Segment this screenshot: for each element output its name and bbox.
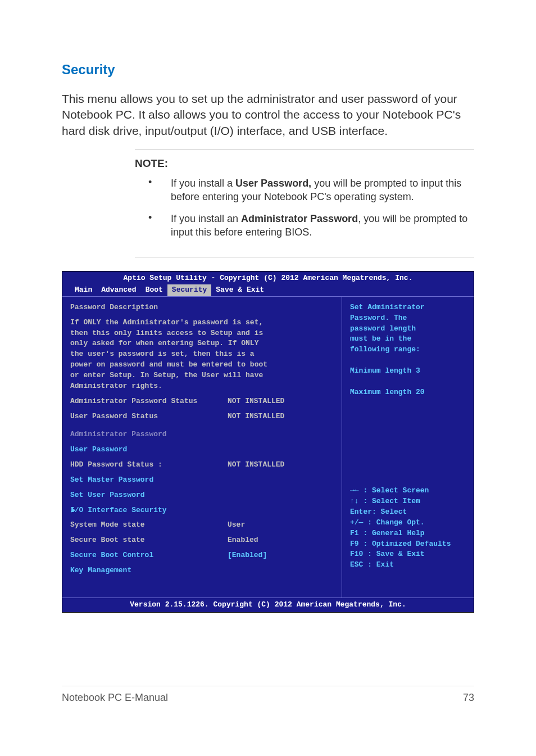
bios-tab-save-exit[interactable]: Save & Exit	[211, 284, 269, 296]
note-text: If you install a User Password, you will…	[171, 176, 474, 204]
note-text: If you install an Administrator Password…	[171, 212, 474, 239]
bios-row-admin-status: Administrator Password Status NOT INSTAL…	[70, 396, 334, 407]
bullet-icon: •	[135, 176, 171, 204]
bios-desc-line: power on password and must be entered to…	[70, 360, 334, 370]
footer-title: Notebook PC E-Manual	[62, 692, 168, 704]
bios-tabbar: Main Advanced Boot Security Save & Exit	[62, 284, 474, 296]
bios-tab-main[interactable]: Main	[70, 284, 97, 296]
bios-desc-line: only asked for when entering Setup. If O…	[70, 338, 334, 349]
bios-main-panel: Password Description If ONLY the Adminis…	[62, 297, 342, 597]
page-number: 73	[463, 692, 474, 704]
bios-help-keys: →← : Select Screen ↑↓ : Select Item Ente…	[350, 486, 468, 591]
bios-tab-advanced[interactable]: Advanced	[97, 284, 140, 296]
bios-screenshot: Aptio Setup Utility - Copyright (C) 2012…	[62, 271, 474, 612]
bios-desc-title: Password Description	[70, 302, 334, 313]
bios-desc-line: the user's password is set, then this is…	[70, 349, 334, 360]
bios-row-set-user[interactable]: Set User Password	[70, 490, 334, 501]
bios-desc-line: or enter Setup. In Setup, the User will …	[70, 370, 334, 381]
bios-row-io-interface[interactable]: ▶ I/O Interface Security	[70, 505, 334, 516]
bios-title: Aptio Setup Utility - Copyright (C) 2012…	[62, 271, 474, 284]
note-item: • If you install a User Password, you wi…	[135, 176, 474, 204]
bios-tab-boot[interactable]: Boot	[141, 284, 167, 296]
bios-tab-security[interactable]: Security	[167, 284, 211, 296]
note-block: NOTE: • If you install a User Password, …	[135, 149, 474, 257]
bios-row-system-mode: System Mode state User	[70, 520, 334, 531]
bios-help-panel: Set Administrator Password. The password…	[342, 297, 474, 597]
bios-desc-line: Administrator rights.	[70, 381, 334, 392]
bios-desc-line: If ONLY the Administrator's password is …	[70, 318, 334, 328]
bios-row-set-master[interactable]: Set Master Password	[70, 475, 334, 486]
bios-row-user-status: User Password Status NOT INSTALLED	[70, 411, 334, 422]
bios-row-admin-password[interactable]: Administrator Password	[70, 429, 334, 440]
note-list: • If you install a User Password, you wi…	[135, 176, 474, 239]
bios-desc-line: then this only limits access to Setup an…	[70, 328, 334, 339]
page-footer: Notebook PC E-Manual 73	[62, 686, 474, 704]
bios-row-secure-boot-state: Secure Boot state Enabled	[70, 535, 334, 546]
section-body: This menu allows you to set up the admin…	[62, 91, 474, 139]
bios-help-top: Set Administrator Password. The password…	[350, 302, 468, 398]
bullet-icon: •	[135, 212, 171, 239]
section-heading: Security	[62, 62, 474, 78]
bios-footer: Version 2.15.1226. Copyright (C) 2012 Am…	[62, 597, 474, 612]
bios-row-user-password[interactable]: User Password	[70, 445, 334, 455]
note-title: NOTE:	[135, 157, 474, 170]
bios-row-secure-boot-control[interactable]: Secure Boot Control [Enabled]	[70, 550, 334, 561]
bios-row-hdd-status: HDD Password Status : NOT INSTALLED	[70, 460, 334, 470]
submenu-arrow-icon: ▶	[71, 505, 76, 516]
note-item: • If you install an Administrator Passwo…	[135, 212, 474, 239]
bios-row-key-management[interactable]: Key Management	[70, 565, 334, 576]
